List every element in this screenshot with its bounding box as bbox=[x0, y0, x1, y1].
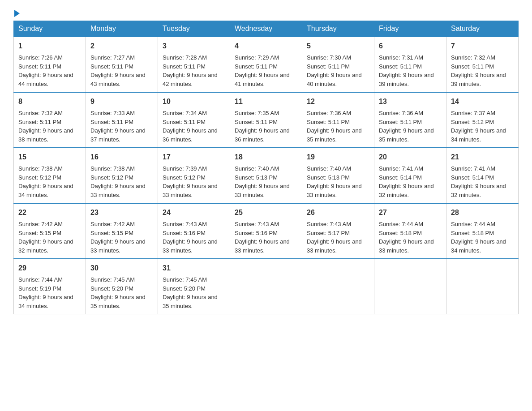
day-info: Sunrise: 7:37 AMSunset: 5:12 PMDaylight:… bbox=[451, 110, 506, 143]
calendar-header-monday: Monday bbox=[86, 21, 158, 37]
day-info: Sunrise: 7:29 AMSunset: 5:11 PMDaylight:… bbox=[235, 54, 290, 87]
calendar-day-6: 6 Sunrise: 7:31 AMSunset: 5:11 PMDayligh… bbox=[374, 37, 446, 92]
calendar-day-5: 5 Sunrise: 7:30 AMSunset: 5:11 PMDayligh… bbox=[302, 37, 374, 92]
calendar-empty-cell bbox=[230, 259, 302, 314]
day-number: 11 bbox=[235, 96, 297, 107]
calendar-day-17: 17 Sunrise: 7:39 AMSunset: 5:12 PMDaylig… bbox=[158, 148, 230, 203]
calendar-day-24: 24 Sunrise: 7:43 AMSunset: 5:16 PMDaylig… bbox=[158, 203, 230, 259]
calendar-day-14: 14 Sunrise: 7:37 AMSunset: 5:12 PMDaylig… bbox=[446, 92, 519, 148]
day-number: 3 bbox=[163, 41, 225, 51]
calendar-day-27: 27 Sunrise: 7:44 AMSunset: 5:18 PMDaylig… bbox=[374, 203, 446, 259]
day-info: Sunrise: 7:36 AMSunset: 5:11 PMDaylight:… bbox=[307, 110, 362, 143]
calendar-day-4: 4 Sunrise: 7:29 AMSunset: 5:11 PMDayligh… bbox=[230, 37, 302, 92]
day-info: Sunrise: 7:43 AMSunset: 5:17 PMDaylight:… bbox=[307, 221, 362, 254]
day-info: Sunrise: 7:28 AMSunset: 5:11 PMDaylight:… bbox=[163, 54, 218, 87]
calendar-header-wednesday: Wednesday bbox=[230, 21, 302, 37]
calendar-day-10: 10 Sunrise: 7:34 AMSunset: 5:11 PMDaylig… bbox=[158, 92, 230, 148]
calendar-day-29: 29 Sunrise: 7:44 AMSunset: 5:19 PMDaylig… bbox=[14, 259, 86, 314]
calendar-day-8: 8 Sunrise: 7:32 AMSunset: 5:11 PMDayligh… bbox=[14, 92, 86, 148]
day-info: Sunrise: 7:32 AMSunset: 5:11 PMDaylight:… bbox=[451, 54, 506, 87]
day-info: Sunrise: 7:32 AMSunset: 5:11 PMDaylight:… bbox=[18, 110, 73, 143]
calendar-week-2: 8 Sunrise: 7:32 AMSunset: 5:11 PMDayligh… bbox=[14, 92, 519, 148]
day-number: 15 bbox=[18, 152, 81, 163]
day-number: 13 bbox=[379, 96, 442, 107]
calendar-header-saturday: Saturday bbox=[446, 21, 519, 37]
calendar-day-2: 2 Sunrise: 7:27 AMSunset: 5:11 PMDayligh… bbox=[86, 37, 158, 92]
calendar-week-1: 1 Sunrise: 7:26 AMSunset: 5:11 PMDayligh… bbox=[14, 37, 519, 92]
calendar-day-16: 16 Sunrise: 7:38 AMSunset: 5:12 PMDaylig… bbox=[86, 148, 158, 203]
day-number: 16 bbox=[90, 152, 153, 163]
day-info: Sunrise: 7:38 AMSunset: 5:12 PMDaylight:… bbox=[90, 165, 146, 198]
calendar-empty-cell bbox=[374, 259, 446, 314]
day-info: Sunrise: 7:34 AMSunset: 5:11 PMDaylight:… bbox=[163, 110, 218, 143]
day-info: Sunrise: 7:43 AMSunset: 5:16 PMDaylight:… bbox=[163, 221, 218, 254]
day-info: Sunrise: 7:41 AMSunset: 5:14 PMDaylight:… bbox=[451, 165, 506, 198]
day-info: Sunrise: 7:36 AMSunset: 5:11 PMDaylight:… bbox=[379, 110, 434, 143]
day-info: Sunrise: 7:31 AMSunset: 5:11 PMDaylight:… bbox=[379, 54, 434, 87]
day-info: Sunrise: 7:43 AMSunset: 5:16 PMDaylight:… bbox=[235, 221, 290, 254]
day-number: 9 bbox=[90, 96, 153, 107]
calendar-day-11: 11 Sunrise: 7:35 AMSunset: 5:11 PMDaylig… bbox=[230, 92, 302, 148]
calendar-day-15: 15 Sunrise: 7:38 AMSunset: 5:12 PMDaylig… bbox=[14, 148, 86, 203]
calendar-day-28: 28 Sunrise: 7:44 AMSunset: 5:18 PMDaylig… bbox=[446, 203, 519, 259]
calendar-header-sunday: Sunday bbox=[14, 21, 86, 37]
calendar-day-26: 26 Sunrise: 7:43 AMSunset: 5:17 PMDaylig… bbox=[302, 203, 374, 259]
calendar-day-31: 31 Sunrise: 7:45 AMSunset: 5:20 PMDaylig… bbox=[158, 259, 230, 314]
day-number: 24 bbox=[163, 207, 225, 218]
calendar-week-5: 29 Sunrise: 7:44 AMSunset: 5:19 PMDaylig… bbox=[14, 259, 519, 314]
day-number: 23 bbox=[90, 207, 153, 218]
calendar-day-7: 7 Sunrise: 7:32 AMSunset: 5:11 PMDayligh… bbox=[446, 37, 519, 92]
calendar-header-thursday: Thursday bbox=[302, 21, 374, 37]
day-number: 25 bbox=[235, 207, 297, 218]
day-number: 20 bbox=[379, 152, 442, 163]
day-info: Sunrise: 7:44 AMSunset: 5:18 PMDaylight:… bbox=[451, 221, 506, 254]
day-info: Sunrise: 7:44 AMSunset: 5:19 PMDaylight:… bbox=[18, 276, 73, 309]
day-number: 30 bbox=[90, 263, 153, 274]
day-info: Sunrise: 7:30 AMSunset: 5:11 PMDaylight:… bbox=[307, 54, 362, 87]
day-number: 29 bbox=[18, 263, 81, 274]
calendar-day-30: 30 Sunrise: 7:45 AMSunset: 5:20 PMDaylig… bbox=[86, 259, 158, 314]
calendar-day-1: 1 Sunrise: 7:26 AMSunset: 5:11 PMDayligh… bbox=[14, 37, 86, 92]
calendar-day-9: 9 Sunrise: 7:33 AMSunset: 5:11 PMDayligh… bbox=[86, 92, 158, 148]
calendar-day-18: 18 Sunrise: 7:40 AMSunset: 5:13 PMDaylig… bbox=[230, 148, 302, 203]
logo bbox=[13, 9, 20, 16]
day-number: 18 bbox=[235, 152, 297, 163]
day-number: 22 bbox=[18, 207, 81, 218]
day-number: 2 bbox=[90, 41, 153, 51]
calendar-day-19: 19 Sunrise: 7:40 AMSunset: 5:13 PMDaylig… bbox=[302, 148, 374, 203]
day-info: Sunrise: 7:41 AMSunset: 5:14 PMDaylight:… bbox=[379, 165, 434, 198]
day-info: Sunrise: 7:45 AMSunset: 5:20 PMDaylight:… bbox=[163, 276, 218, 309]
day-info: Sunrise: 7:45 AMSunset: 5:20 PMDaylight:… bbox=[90, 276, 146, 309]
day-info: Sunrise: 7:40 AMSunset: 5:13 PMDaylight:… bbox=[235, 165, 290, 198]
calendar-day-3: 3 Sunrise: 7:28 AMSunset: 5:11 PMDayligh… bbox=[158, 37, 230, 92]
calendar-table: SundayMondayTuesdayWednesdayThursdayFrid… bbox=[13, 21, 519, 314]
calendar-empty-cell bbox=[302, 259, 374, 314]
day-info: Sunrise: 7:26 AMSunset: 5:11 PMDaylight:… bbox=[18, 54, 73, 87]
day-number: 12 bbox=[307, 96, 369, 107]
day-number: 19 bbox=[307, 152, 369, 163]
logo-triangle-icon bbox=[14, 10, 20, 17]
day-info: Sunrise: 7:42 AMSunset: 5:15 PMDaylight:… bbox=[18, 221, 73, 254]
calendar-day-12: 12 Sunrise: 7:36 AMSunset: 5:11 PMDaylig… bbox=[302, 92, 374, 148]
calendar-day-25: 25 Sunrise: 7:43 AMSunset: 5:16 PMDaylig… bbox=[230, 203, 302, 259]
calendar-header-tuesday: Tuesday bbox=[158, 21, 230, 37]
day-number: 26 bbox=[307, 207, 369, 218]
day-number: 10 bbox=[163, 96, 225, 107]
day-number: 5 bbox=[307, 41, 369, 51]
day-number: 7 bbox=[451, 41, 514, 51]
day-number: 17 bbox=[163, 152, 225, 163]
day-info: Sunrise: 7:35 AMSunset: 5:11 PMDaylight:… bbox=[235, 110, 290, 143]
page-header bbox=[13, 9, 519, 16]
calendar-header-row: SundayMondayTuesdayWednesdayThursdayFrid… bbox=[14, 21, 519, 37]
calendar-header-friday: Friday bbox=[374, 21, 446, 37]
calendar-day-21: 21 Sunrise: 7:41 AMSunset: 5:14 PMDaylig… bbox=[446, 148, 519, 203]
calendar-day-23: 23 Sunrise: 7:42 AMSunset: 5:15 PMDaylig… bbox=[86, 203, 158, 259]
day-info: Sunrise: 7:27 AMSunset: 5:11 PMDaylight:… bbox=[90, 54, 146, 87]
logo-text bbox=[13, 9, 20, 16]
day-number: 8 bbox=[18, 96, 81, 107]
calendar-empty-cell bbox=[446, 259, 519, 314]
day-info: Sunrise: 7:44 AMSunset: 5:18 PMDaylight:… bbox=[379, 221, 434, 254]
calendar-day-13: 13 Sunrise: 7:36 AMSunset: 5:11 PMDaylig… bbox=[374, 92, 446, 148]
day-number: 14 bbox=[451, 96, 514, 107]
calendar-week-4: 22 Sunrise: 7:42 AMSunset: 5:15 PMDaylig… bbox=[14, 203, 519, 259]
